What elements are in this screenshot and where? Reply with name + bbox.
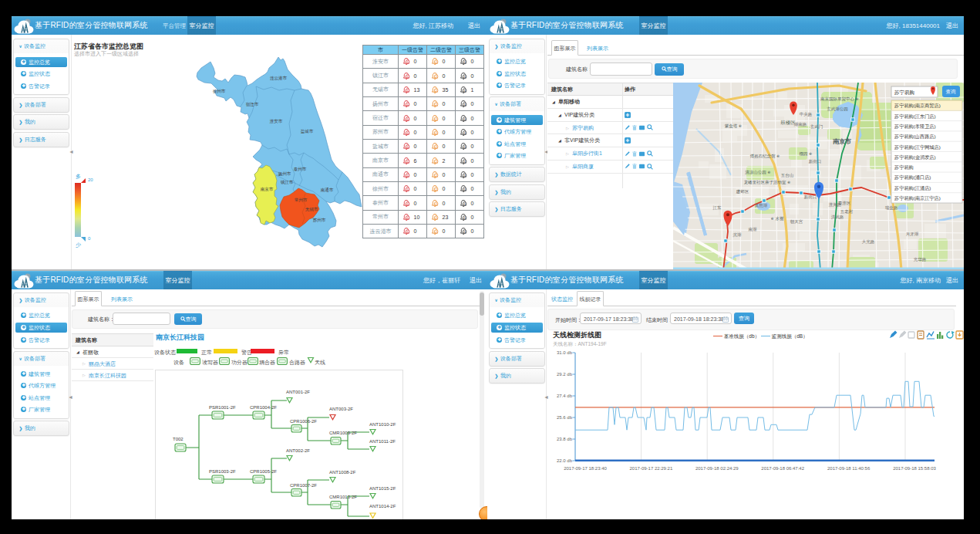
svg-text:PSR1003-2F: PSR1003-2F bbox=[209, 469, 236, 474]
svg-text:朝天宫: 朝天宫 bbox=[790, 219, 803, 225]
svg-text:CPR1004-2F: CPR1004-2F bbox=[250, 405, 277, 410]
svg-text:苏宁易购(江东门店): 苏宁易购(江东门店) bbox=[894, 113, 936, 120]
svg-text:苏宁易购: 苏宁易购 bbox=[894, 90, 914, 96]
svg-text:镇江市: 镇江市 bbox=[281, 180, 294, 185]
svg-text:南湖: 南湖 bbox=[749, 227, 757, 232]
svg-text:CMR1009-2F: CMR1009-2F bbox=[329, 431, 357, 435]
svg-text:苏宁易购(浦口店): 苏宁易购(浦口店) bbox=[894, 174, 931, 181]
svg-text:新街口: 新街口 bbox=[804, 194, 817, 200]
svg-text:南通市: 南通市 bbox=[321, 187, 334, 192]
svg-text:光华路: 光华路 bbox=[914, 257, 927, 262]
svg-text:CMR1013-2F: CMR1013-2F bbox=[329, 495, 357, 499]
svg-text:苏宁易购(孝陵卫店): 苏宁易购(孝陵卫店) bbox=[894, 123, 936, 130]
svg-text:徐州市: 徐州市 bbox=[213, 89, 226, 94]
svg-text:清凉山公园 ⊕: 清凉山公园 ⊕ bbox=[745, 170, 770, 175]
svg-text:ANT001-2F: ANT001-2F bbox=[286, 390, 310, 394]
svg-text:31.0 db: 31.0 db bbox=[557, 350, 573, 355]
svg-text:玄武湖公园: 玄武湖公园 bbox=[827, 106, 848, 112]
svg-text:月牙湖: 月牙湖 bbox=[906, 232, 919, 237]
svg-text:T002: T002 bbox=[173, 437, 184, 441]
svg-text:2017-09-17 18:23:40: 2017-09-17 18:23:40 bbox=[564, 466, 607, 471]
svg-text:湖南路: 湖南路 bbox=[793, 122, 807, 127]
svg-text:无锡市: 无锡市 bbox=[305, 207, 318, 212]
svg-text:ANT1011-2F: ANT1011-2F bbox=[369, 439, 396, 444]
svg-text:ANT002-2F: ANT002-2F bbox=[286, 448, 310, 453]
svg-text:2017-09-17 22:29:21: 2017-09-17 22:29:21 bbox=[630, 466, 673, 471]
svg-text:ANT1010-2F: ANT1010-2F bbox=[369, 422, 396, 427]
svg-text:洪武路: 洪武路 bbox=[831, 215, 844, 220]
svg-text:27.4 db: 27.4 db bbox=[557, 394, 573, 398]
svg-text:苏州市: 苏州市 bbox=[313, 218, 326, 222]
svg-text:建邺区: 建邺区 bbox=[736, 189, 749, 194]
svg-text:2017-09-18 11:40:56: 2017-09-18 11:40:56 bbox=[827, 466, 871, 471]
svg-text:查询: 查询 bbox=[946, 89, 956, 94]
svg-text:五老村: 五老村 bbox=[840, 209, 854, 215]
svg-text:苏宁易购(江浦店): 苏宁易购(江浦店) bbox=[894, 185, 931, 191]
svg-text:扬州市: 扬州市 bbox=[278, 171, 291, 177]
svg-text:2017-09-18 06:47:42: 2017-09-18 06:47:42 bbox=[761, 466, 804, 471]
svg-text:苏宁易购(南京商贸店): 苏宁易购(南京商贸店) bbox=[894, 103, 941, 109]
svg-text:常州市: 常州市 bbox=[295, 198, 308, 202]
svg-text:苏宁易购(南京江宁店): 苏宁易购(南京江宁店) bbox=[894, 195, 941, 201]
svg-text:ANT003-2F: ANT003-2F bbox=[329, 407, 353, 411]
svg-text:29.2 db: 29.2 db bbox=[557, 372, 573, 377]
svg-text:连云港市: 连云港市 bbox=[270, 76, 288, 81]
svg-text:苏宁易购: 苏宁易购 bbox=[894, 164, 914, 171]
svg-text:⊕ 水榭: ⊕ 水榭 bbox=[771, 216, 784, 221]
svg-text:22.0 db: 22.0 db bbox=[557, 458, 573, 463]
svg-text:CPR1005-2F: CPR1005-2F bbox=[250, 469, 277, 474]
svg-text:江东: 江东 bbox=[713, 205, 722, 211]
svg-text:淮海路: 淮海路 bbox=[829, 202, 842, 208]
svg-text:龙蟠里社区亲子活动室 ⊕: 龙蟠里社区亲子活动室 ⊕ bbox=[744, 180, 791, 185]
svg-text:新街口: 新街口 bbox=[809, 159, 822, 164]
svg-text:瑞金路: 瑞金路 bbox=[885, 205, 898, 210]
svg-text:ANT1014-2F: ANT1014-2F bbox=[369, 504, 396, 509]
svg-text:傅抱石纪念馆 ⊕: 傅抱石纪念馆 ⊕ bbox=[750, 154, 780, 159]
svg-text:淮安市: 淮安市 bbox=[270, 119, 283, 124]
svg-text:盐城市: 盐城市 bbox=[301, 129, 314, 134]
svg-text:泰州市: 泰州市 bbox=[294, 167, 307, 171]
svg-text:榴园 ⊕: 榴园 ⊕ bbox=[800, 151, 813, 157]
svg-text:大光路: 大光路 bbox=[862, 239, 875, 245]
svg-text:南京市: 南京市 bbox=[833, 137, 851, 145]
svg-text:苏宁易购(山西路店): 苏宁易购(山西路店) bbox=[894, 134, 936, 140]
svg-text:中央路: 中央路 bbox=[800, 112, 813, 117]
svg-text:滨湖: 滨湖 bbox=[733, 232, 742, 238]
svg-text:ANT1008-2F: ANT1008-2F bbox=[329, 470, 356, 475]
svg-text:五台山: 五台山 bbox=[781, 173, 794, 177]
svg-text:南京国际展贸中心 ⊕: 南京国际展贸中心 ⊕ bbox=[820, 96, 859, 102]
svg-text:25.6 db: 25.6 db bbox=[557, 415, 573, 420]
svg-text:莫愁湖: 莫愁湖 bbox=[755, 203, 768, 208]
svg-text:2017-09-18 02:24:29: 2017-09-18 02:24:29 bbox=[695, 466, 739, 471]
svg-text:紫金塔 ⊕: 紫金塔 ⊕ bbox=[725, 123, 742, 128]
svg-text:南京市: 南京市 bbox=[261, 187, 274, 191]
svg-text:CPR1007-2F: CPR1007-2F bbox=[290, 483, 317, 488]
svg-text:宿迁市: 宿迁市 bbox=[246, 102, 259, 107]
svg-text:ANT1015-2F: ANT1015-2F bbox=[369, 486, 396, 491]
svg-text:CPR1006-2F: CPR1006-2F bbox=[290, 419, 317, 424]
svg-text:玄武门: 玄武门 bbox=[810, 124, 823, 129]
svg-text:苏宁易购(金润发店): 苏宁易购(金润发店) bbox=[894, 154, 936, 161]
svg-text:23.8 db: 23.8 db bbox=[557, 437, 573, 441]
svg-text:PSR1001-2F: PSR1001-2F bbox=[209, 405, 236, 410]
svg-text:2017-09-18 15:58:03: 2017-09-18 15:58:03 bbox=[893, 466, 936, 471]
svg-text:苏宁易购(江宁网城店): 苏宁易购(江宁网城店) bbox=[894, 144, 941, 150]
